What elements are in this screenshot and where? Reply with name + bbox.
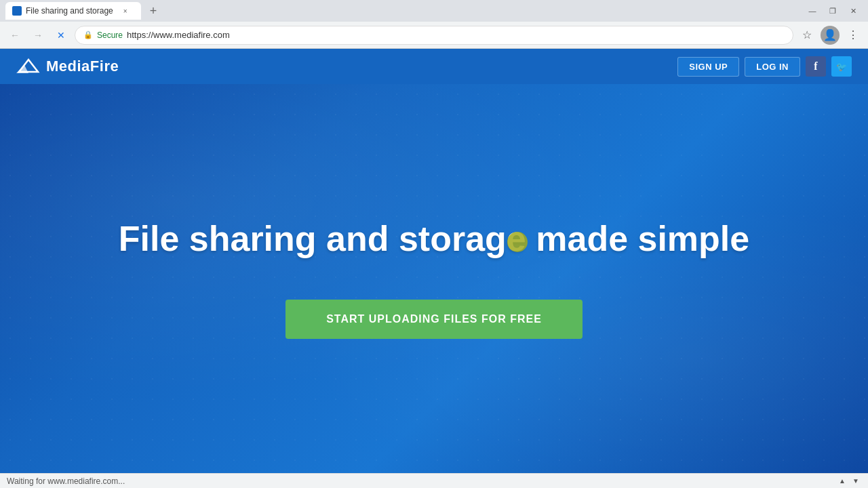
forward-button[interactable]: →	[28, 26, 47, 45]
facebook-icon: f	[814, 60, 817, 73]
url-display: https://www.mediafire.com	[127, 30, 230, 40]
reload-button[interactable]: ✕	[52, 26, 71, 45]
signup-button[interactable]: SIGN UP	[677, 57, 739, 77]
cursor-indicator	[507, 232, 528, 252]
logo-area: MediaFire	[16, 58, 119, 75]
active-tab[interactable]: File sharing and storage ×	[5, 2, 141, 20]
secure-icon: 🔒	[83, 30, 93, 39]
window-controls: — ❐ ✕	[803, 4, 863, 18]
scroll-down-button[interactable]: ▼	[850, 476, 861, 487]
status-scroll-controls: ▲ ▼	[837, 476, 861, 487]
login-button[interactable]: LOG IN	[745, 57, 800, 77]
tab-title: File sharing and storage	[26, 6, 113, 16]
status-bar: Waiting for www.mediafire.com... ▲ ▼	[0, 473, 868, 488]
profile-button[interactable]: 👤	[821, 26, 840, 45]
facebook-button[interactable]: f	[806, 56, 826, 77]
logo-icon	[16, 58, 41, 75]
page-content: MediaFire SIGN UP LOG IN f 🐦 File sharin…	[0, 49, 868, 473]
title-bar: File sharing and storage × + — ❐ ✕	[0, 0, 868, 22]
secure-label: Secure	[97, 30, 123, 40]
hero-background-pattern	[0, 84, 868, 473]
close-button[interactable]: ✕	[844, 4, 863, 18]
omnibox[interactable]: 🔒 Secure https://www.mediafire.com	[75, 26, 793, 45]
nav-actions: SIGN UP LOG IN f 🐦	[677, 56, 852, 77]
minimize-button[interactable]: —	[803, 4, 822, 18]
tab-favicon	[12, 6, 22, 16]
twitter-icon: 🐦	[836, 62, 847, 72]
address-bar: ← → ✕ 🔒 Secure https://www.mediafire.com…	[0, 22, 868, 49]
site-navbar: MediaFire SIGN UP LOG IN f 🐦	[0, 49, 868, 84]
scroll-up-button[interactable]: ▲	[837, 476, 848, 487]
profile-icon: 👤	[823, 28, 837, 41]
hero-section: File sharing and storage made simple STA…	[0, 84, 868, 473]
new-tab-button[interactable]: +	[144, 2, 163, 20]
bookmark-button[interactable]: ☆	[797, 26, 816, 45]
back-button[interactable]: ←	[5, 26, 24, 45]
browser-window: File sharing and storage × + — ❐ ✕ ← → ✕…	[0, 0, 868, 488]
upload-button[interactable]: START UPLOADING FILES FOR FREE	[285, 300, 583, 339]
status-message: Waiting for www.mediafire.com...	[7, 476, 125, 486]
maximize-button[interactable]: ❐	[823, 4, 842, 18]
hero-title: File sharing and storage made simple	[119, 218, 750, 259]
tab-close-button[interactable]: ×	[120, 5, 131, 16]
twitter-button[interactable]: 🐦	[831, 56, 852, 77]
logo-text: MediaFire	[46, 58, 119, 75]
status-message-area: Waiting for www.mediafire.com...	[7, 476, 125, 486]
browser-menu-button[interactable]: ⋮	[844, 26, 863, 45]
